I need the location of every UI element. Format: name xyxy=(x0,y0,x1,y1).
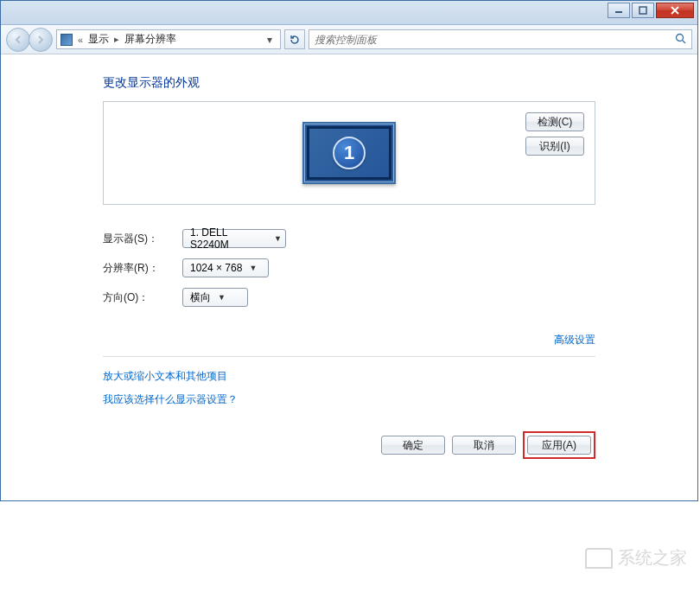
close-button[interactable] xyxy=(656,3,694,18)
back-button[interactable] xyxy=(6,28,30,52)
orientation-select[interactable]: 横向 ▼ xyxy=(182,288,248,307)
maximize-button[interactable] xyxy=(632,3,654,18)
which-display-link[interactable]: 我应该选择什么显示器设置？ xyxy=(103,392,595,407)
display-select-value: 1. DELL S2240M xyxy=(190,226,267,251)
breadcrumb-prev-icon: « xyxy=(78,35,83,45)
search-box[interactable] xyxy=(309,29,692,49)
svg-rect-1 xyxy=(640,7,646,14)
minimize-button[interactable] xyxy=(608,3,630,18)
display-select[interactable]: 1. DELL S2240M ▼ xyxy=(182,229,286,248)
search-input[interactable] xyxy=(315,34,675,46)
scale-text-link[interactable]: 放大或缩小文本和其他项目 xyxy=(103,369,595,384)
chevron-down-icon: ▼ xyxy=(274,234,282,243)
cancel-button[interactable]: 取消 xyxy=(452,436,516,455)
watermark: 系统之家 xyxy=(585,546,687,570)
breadcrumb-parent[interactable]: 显示 xyxy=(88,32,109,47)
dialog-footer: 确定 取消 应用(A) xyxy=(103,431,595,459)
chevron-down-icon: ▼ xyxy=(218,293,226,302)
refresh-button[interactable] xyxy=(284,29,305,49)
resolution-select[interactable]: 1024 × 768 ▼ xyxy=(182,258,269,277)
watermark-icon xyxy=(585,548,613,569)
nav-back-forward xyxy=(6,28,53,52)
monitor-number-badge: 1 xyxy=(333,137,366,169)
breadcrumb-current[interactable]: 屏幕分辨率 xyxy=(124,32,176,47)
address-dropdown-icon[interactable]: ▾ xyxy=(263,34,277,46)
monitor-thumbnail[interactable]: 1 xyxy=(302,122,396,184)
resolution-select-value: 1024 × 768 xyxy=(190,262,242,274)
orientation-select-value: 横向 xyxy=(190,290,211,305)
forward-button[interactable] xyxy=(29,28,53,52)
search-icon xyxy=(675,33,686,47)
control-panel-icon xyxy=(60,34,73,46)
svg-point-2 xyxy=(677,34,684,41)
apply-button[interactable]: 应用(A) xyxy=(527,436,591,455)
titlebar xyxy=(1,1,697,25)
identify-button[interactable]: 识别(I) xyxy=(525,137,584,156)
orientation-label: 方向(O)： xyxy=(103,290,182,305)
page-title: 更改显示器的外观 xyxy=(103,75,595,91)
control-panel-window: « 显示 ▸ 屏幕分辨率 ▾ 更改显示器的外观 1 检测(C) xyxy=(0,0,698,501)
nav-row: « 显示 ▸ 屏幕分辨率 ▾ xyxy=(1,25,697,54)
display-label: 显示器(S)： xyxy=(103,232,182,246)
address-bar[interactable]: « 显示 ▸ 屏幕分辨率 ▾ xyxy=(56,29,281,49)
svg-rect-0 xyxy=(615,11,622,13)
monitor-preview-box: 1 检测(C) 识别(I) xyxy=(103,101,595,205)
watermark-text: 系统之家 xyxy=(618,546,687,570)
resolution-label: 分辨率(R)： xyxy=(103,261,182,276)
apply-highlight-box: 应用(A) xyxy=(523,431,595,459)
detect-button[interactable]: 检测(C) xyxy=(525,112,584,131)
content-area: 更改显示器的外观 1 检测(C) 识别(I) 显示器(S)： 1. DELL S… xyxy=(1,54,697,500)
advanced-settings-link[interactable]: 高级设置 xyxy=(554,333,595,347)
chevron-right-icon: ▸ xyxy=(114,34,119,45)
ok-button[interactable]: 确定 xyxy=(381,436,445,455)
chevron-down-icon: ▼ xyxy=(249,264,257,272)
